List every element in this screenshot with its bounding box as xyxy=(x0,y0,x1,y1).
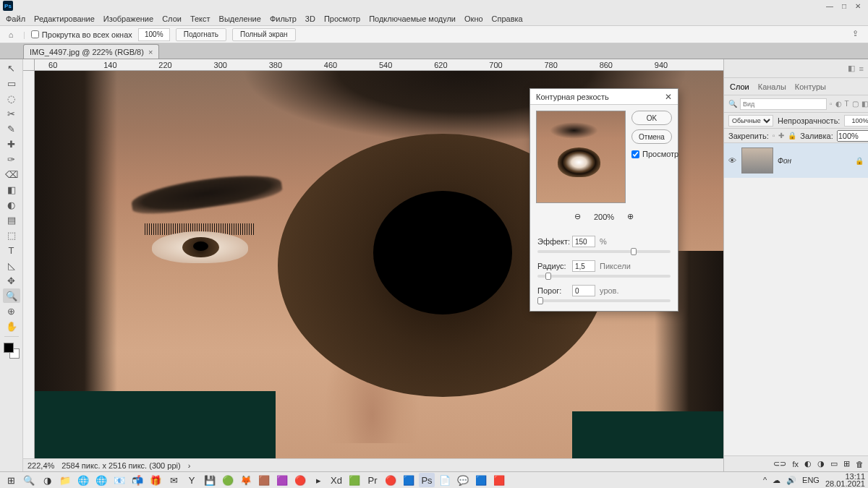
taskbar-app3[interactable]: 🔴 xyxy=(292,473,308,487)
taskbar-gift[interactable]: 🎁 xyxy=(148,473,163,487)
adjustment-icon[interactable]: ◑ xyxy=(817,459,825,468)
menu-edit[interactable]: Редактирование xyxy=(34,14,95,23)
text-tool[interactable]: T xyxy=(3,243,20,257)
dialog-preview[interactable] xyxy=(536,111,626,203)
effect-input[interactable] xyxy=(572,236,595,247)
menu-text[interactable]: Текст xyxy=(190,14,210,23)
minimize-button[interactable]: — xyxy=(826,2,833,10)
fullscreen-button[interactable]: Полный экран xyxy=(232,28,296,41)
zoom-input[interactable] xyxy=(138,28,170,41)
mask-icon[interactable]: ◐ xyxy=(804,459,812,468)
document-tab-close[interactable]: × xyxy=(148,48,153,56)
menu-select[interactable]: Выделение xyxy=(219,14,261,23)
crop-tool[interactable]: ✂ xyxy=(3,106,20,121)
filter-text-icon[interactable]: T xyxy=(845,99,849,109)
menu-help[interactable]: Справка xyxy=(492,14,523,23)
mini-icon-2[interactable]: ≡ xyxy=(859,64,864,73)
taskbar-mail2[interactable]: 📬 xyxy=(129,473,145,487)
taskbar-blue2[interactable]: 🟦 xyxy=(473,473,489,487)
status-zoom[interactable]: 222,4% xyxy=(27,461,54,470)
layer-filter-input[interactable] xyxy=(740,98,827,110)
layer-name[interactable]: Фон xyxy=(778,157,791,165)
taskbar-app2[interactable]: 🟪 xyxy=(274,473,290,487)
zoom-in-icon[interactable]: ⊕ xyxy=(627,212,634,221)
taskbar-search[interactable]: 🔍 xyxy=(21,473,37,487)
tab-paths[interactable]: Контуры xyxy=(795,82,826,91)
scroll-all-windows[interactable]: Прокрутка во всех окнах xyxy=(31,30,132,39)
blur-tool[interactable]: ◐ xyxy=(3,197,20,212)
fit-button[interactable]: Подогнать xyxy=(176,28,226,41)
taskbar-photoshop[interactable]: Ps xyxy=(419,473,435,487)
link-layers-icon[interactable]: ⊂⊃ xyxy=(773,459,786,468)
search-icon[interactable]: 🔍 xyxy=(728,99,737,109)
ok-button[interactable]: OK xyxy=(631,111,672,125)
menu-plugins[interactable]: Подключаемые модули xyxy=(369,14,456,23)
lock-all-icon[interactable]: 🔒 xyxy=(788,132,796,140)
brush-tool[interactable]: ✑ xyxy=(3,152,20,166)
lasso-tool[interactable]: ◌ xyxy=(3,91,20,106)
dodge-tool[interactable]: ▤ xyxy=(3,213,20,227)
tray-cloud-icon[interactable]: ☁ xyxy=(773,476,780,485)
radius-slider[interactable] xyxy=(537,275,671,278)
delete-layer-icon[interactable]: 🗑 xyxy=(856,460,864,468)
eyedropper-tool[interactable]: ✚ xyxy=(3,137,20,151)
color-swatch[interactable] xyxy=(4,343,20,359)
lock-pixels-icon[interactable]: ▫ xyxy=(773,132,775,140)
menu-filter[interactable]: Фильтр xyxy=(270,14,297,23)
taskbar-play[interactable]: ▸ xyxy=(310,473,326,487)
layer-lock-icon[interactable]: 🔒 xyxy=(855,157,864,165)
taskbar-whatsapp[interactable]: 💬 xyxy=(455,473,471,487)
taskbar-blue[interactable]: 🟦 xyxy=(401,473,417,487)
dialog-titlebar[interactable]: Контурная резкость ✕ xyxy=(530,89,678,105)
new-layer-icon[interactable]: ⊞ xyxy=(843,459,850,468)
taskbar-firefox[interactable]: 🦊 xyxy=(238,473,254,487)
close-button[interactable]: ✕ xyxy=(855,2,861,10)
taskbar-opera[interactable]: 🔴 xyxy=(383,473,399,487)
taskbar-xd[interactable]: Xd xyxy=(328,473,344,487)
taskbar-app1[interactable]: 🟫 xyxy=(256,473,272,487)
threshold-slider[interactable] xyxy=(537,299,671,302)
tray-expand[interactable]: ^ xyxy=(763,476,767,484)
taskbar-premiere[interactable]: Pr xyxy=(365,473,380,487)
filter-adjust-icon[interactable]: ◐ xyxy=(835,99,842,109)
zoom-tool[interactable]: 🔍 xyxy=(3,288,20,303)
preview-checkbox-row[interactable]: Просмотр xyxy=(631,150,672,158)
hand-tool-alt[interactable]: ✥ xyxy=(3,273,20,288)
share-icon[interactable]: ⇪ xyxy=(852,29,864,40)
menu-window[interactable]: Окно xyxy=(464,14,483,23)
fill-input[interactable] xyxy=(837,130,868,142)
filter-shape-icon[interactable]: ▢ xyxy=(852,99,859,109)
extra-tool[interactable]: ⊕ xyxy=(3,304,20,318)
tab-layers[interactable]: Слои xyxy=(730,82,749,91)
frame-tool[interactable]: ✎ xyxy=(3,121,20,136)
taskbar-green[interactable]: 🟩 xyxy=(346,473,362,487)
path-tool[interactable]: ◺ xyxy=(3,258,20,273)
start-button[interactable]: ⊞ xyxy=(3,473,19,487)
menu-file[interactable]: Файл xyxy=(6,14,25,23)
home-icon[interactable]: ⌂ xyxy=(4,28,17,41)
radius-input[interactable] xyxy=(572,260,595,272)
tray-language[interactable]: ENG xyxy=(802,476,820,484)
layer-visibility-icon[interactable]: 👁 xyxy=(728,156,737,165)
gradient-tool[interactable]: ◧ xyxy=(3,182,20,197)
cancel-button[interactable]: Отмена xyxy=(631,129,672,144)
marquee-tool[interactable]: ▭ xyxy=(3,76,20,90)
effect-slider[interactable] xyxy=(537,250,671,253)
taskbar-yandex[interactable]: Y xyxy=(184,473,200,487)
pen-tool[interactable]: ⬚ xyxy=(3,228,20,242)
tray-clock[interactable]: 13:11 28.01.2021 xyxy=(825,473,865,487)
taskbar-explorer[interactable]: 📁 xyxy=(57,473,73,487)
layer-thumbnail[interactable] xyxy=(741,147,773,174)
eraser-tool[interactable]: ⌫ xyxy=(3,167,20,181)
taskbar-save[interactable]: 💾 xyxy=(202,473,218,487)
taskbar-edge[interactable]: 🌐 xyxy=(75,473,91,487)
group-icon[interactable]: ▭ xyxy=(830,459,838,468)
taskbar-browser2[interactable]: 🌐 xyxy=(93,473,109,487)
taskbar-envelope[interactable]: ✉ xyxy=(166,473,182,487)
taskbar-mail[interactable]: 📧 xyxy=(111,473,127,487)
menu-view[interactable]: Просмотр xyxy=(324,14,360,23)
dialog-close-icon[interactable]: ✕ xyxy=(665,92,672,102)
foreground-color[interactable] xyxy=(4,343,14,353)
taskbar-red[interactable]: 🟥 xyxy=(491,473,507,487)
fx-icon[interactable]: fx xyxy=(792,460,799,468)
